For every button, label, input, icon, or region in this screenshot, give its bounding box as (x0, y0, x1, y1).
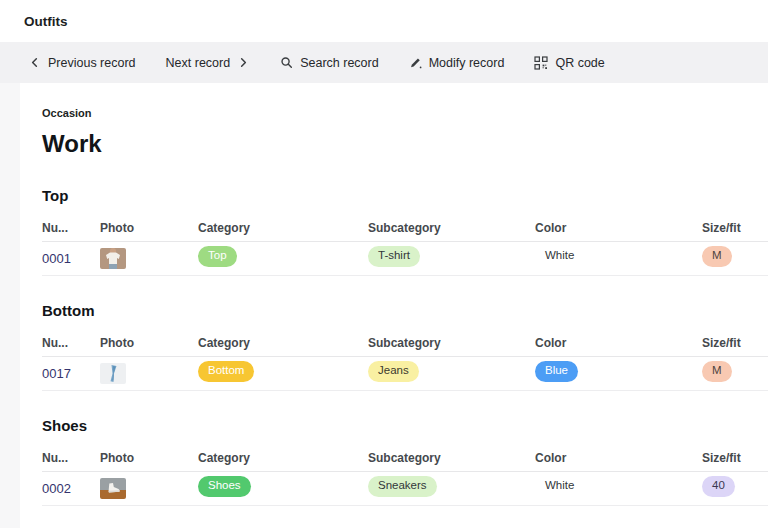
modify-record-button[interactable]: Modify record (409, 56, 505, 70)
section-title: Bottom (42, 302, 768, 319)
column-header-sizefit: Size/fit (702, 451, 768, 465)
column-header-color: Color (535, 451, 702, 465)
column-header-color: Color (535, 336, 702, 350)
column-header-sizefit: Size/fit (702, 221, 768, 235)
title-bar: Outfits (0, 0, 768, 42)
table-header-row: Nu... Photo Category Subcategory Color S… (42, 329, 768, 357)
record-toolbar: Previous record Next record Search recor… (0, 42, 768, 83)
search-record-label: Search record (300, 56, 379, 70)
record-number-link[interactable]: 0001 (42, 251, 100, 266)
section-title: Top (42, 187, 768, 204)
search-record-button[interactable]: Search record (280, 56, 379, 70)
subcategory-tag: T-shirt (368, 246, 420, 267)
qr-code-button[interactable]: QR code (534, 56, 604, 70)
next-record-button[interactable]: Next record (166, 56, 251, 70)
section-title: Shoes (42, 417, 768, 434)
linked-records-table: Nu... Photo Category Subcategory Color S… (42, 214, 768, 276)
color-value: White (535, 476, 584, 497)
sizefit-tag: M (702, 246, 732, 267)
section-bottom: Bottom Nu... Photo Category Subcategory … (42, 302, 768, 391)
qr-code-label: QR code (555, 56, 604, 70)
column-header-color: Color (535, 221, 702, 235)
column-header-category: Category (198, 451, 368, 465)
column-header-sizefit: Size/fit (702, 336, 768, 350)
column-header-category: Category (198, 221, 368, 235)
category-tag: Shoes (198, 476, 251, 497)
column-header-number: Nu... (42, 336, 100, 350)
record-detail-panel: Occasion Work Top Nu... Photo Category S… (20, 83, 768, 528)
table-header-row: Nu... Photo Category Subcategory Color S… (42, 214, 768, 242)
jeans-photo[interactable] (100, 363, 126, 384)
sizefit-tag: 40 (702, 476, 735, 497)
sizefit-tag: M (702, 361, 732, 382)
column-header-photo: Photo (100, 221, 198, 235)
tshirt-photo[interactable] (100, 248, 126, 269)
sneaker-photo[interactable] (100, 478, 126, 499)
column-header-subcategory: Subcategory (368, 451, 535, 465)
chevron-right-icon (237, 56, 250, 69)
section-top: Top Nu... Photo Category Subcategory Col… (42, 187, 768, 276)
color-tag: Blue (535, 361, 578, 382)
record-number-link[interactable]: 0002 (42, 481, 100, 496)
column-header-photo: Photo (100, 336, 198, 350)
column-header-number: Nu... (42, 451, 100, 465)
column-header-subcategory: Subcategory (368, 221, 535, 235)
column-header-photo: Photo (100, 451, 198, 465)
category-tag: Bottom (198, 361, 254, 382)
chevron-left-icon (28, 56, 41, 69)
previous-record-button[interactable]: Previous record (28, 56, 136, 70)
occasion-field-label: Occasion (42, 107, 768, 119)
previous-record-label: Previous record (48, 56, 136, 70)
linked-records-table: Nu... Photo Category Subcategory Color S… (42, 329, 768, 391)
subcategory-tag: Sneakers (368, 476, 437, 497)
section-shoes: Shoes Nu... Photo Category Subcategory C… (42, 417, 768, 506)
table-row[interactable]: 0017 Bottom Jeans Blue M (42, 357, 768, 391)
pencil-icon (409, 56, 422, 69)
column-header-category: Category (198, 336, 368, 350)
category-tag: Top (198, 246, 237, 267)
linked-records-table: Nu... Photo Category Subcategory Color S… (42, 444, 768, 506)
modify-record-label: Modify record (429, 56, 505, 70)
table-row[interactable]: 0001 Top T-shirt White M (42, 242, 768, 276)
record-number-link[interactable]: 0017 (42, 366, 100, 381)
search-icon (280, 56, 293, 69)
column-header-subcategory: Subcategory (368, 336, 535, 350)
column-header-number: Nu... (42, 221, 100, 235)
qr-code-icon (534, 56, 548, 70)
color-value: White (535, 246, 584, 267)
record-page: Occasion Work Top Nu... Photo Category S… (0, 83, 768, 528)
record-title: Work (42, 130, 768, 158)
subcategory-tag: Jeans (368, 361, 419, 382)
table-header-row: Nu... Photo Category Subcategory Color S… (42, 444, 768, 472)
table-row[interactable]: 0002 Shoes Sneakers White 40 (42, 472, 768, 506)
app-window: Outfits Previous record Next record Sear… (0, 0, 768, 528)
page-title: Outfits (24, 14, 68, 29)
next-record-label: Next record (166, 56, 231, 70)
